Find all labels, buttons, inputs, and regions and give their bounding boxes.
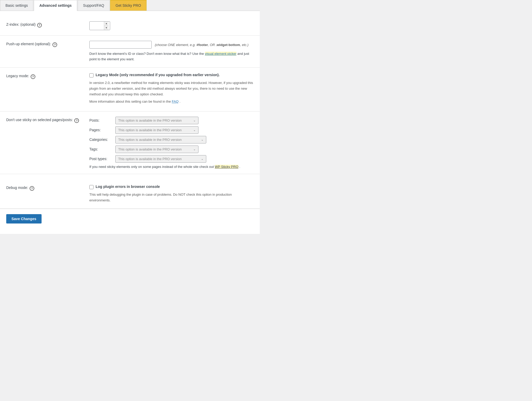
debug-row: Debug mode: ? Log plugin errors in brows… [0,179,260,209]
posttypes-select-row: Post types: This option is available in … [89,155,254,163]
notsticky-label: Don't use sticky on selected pages/posts… [6,117,89,123]
posts-select-text: This option is available in the PRO vers… [118,119,182,122]
zindex-label-text: Z-index: (optional) [6,22,36,27]
debug-content: Log plugin errors in browser console Thi… [89,185,254,203]
pushup-input-group: (choose ONE element, e.g. #footer, OR .w… [89,41,254,49]
tab-support[interactable]: Support/FAQ [78,0,110,11]
pushup-desc-before: Don't know the element's ID or class? Do… [89,52,204,56]
tab-advanced[interactable]: Advanced settings [34,0,77,11]
pushup-hint-widget: .widget-bottom [216,43,240,47]
tags-select[interactable]: This option is available in the PRO vers… [115,146,198,153]
posttypes-chevron-icon: ⌄ [201,157,203,161]
pushup-input[interactable] [89,41,152,49]
wp-sticky-note-after: . [239,165,240,169]
pushup-desc: Don't know the element's ID or class? Do… [89,51,254,62]
notsticky-content: Posts: This option is available in the P… [89,117,254,169]
posttypes-select-text: This option is available in the PRO vers… [118,157,182,161]
spacer [0,174,260,179]
legacy-desc2-after: . [179,100,181,103]
tabs-bar: Basic settings Advanced settings Support… [0,0,260,11]
debug-desc: This will help debugging the plugin in c… [89,192,254,203]
pages-select[interactable]: This option is available in the PRO vers… [115,126,198,134]
legacy-desc2: More information about this setting can … [89,99,254,104]
legacy-checkbox-row: Legacy Mode (only recommended if you upg… [89,73,254,77]
tags-label: Tags: [89,147,113,151]
pages-select-row: Pages: This option is available in the P… [89,126,254,134]
tab-pro[interactable]: Get Sticky PRO [110,0,147,11]
zindex-up-button[interactable]: ▲ [104,22,109,26]
pages-label: Pages: [89,128,113,132]
wp-sticky-note-before: If you need sticky elements only on some… [89,165,214,169]
notsticky-help-icon[interactable]: ? [74,118,79,123]
pushup-hint: (choose ONE element, e.g. #footer, OR .w… [155,43,249,47]
legacy-checkbox[interactable] [89,73,94,77]
legacy-help-icon[interactable]: ? [31,74,35,79]
notsticky-row: Don't use sticky on selected pages/posts… [0,111,260,174]
posts-select[interactable]: This option is available in the PRO vers… [115,117,198,124]
zindex-input-wrapper: ▲ ▼ [89,21,110,30]
categories-label: Categories: [89,137,113,142]
pushup-label-text: Push-up element (optional): [6,42,51,46]
zindex-content: ▲ ▼ [89,21,254,30]
posts-chevron-icon: ⌄ [193,119,196,122]
tags-chevron-icon: ⌄ [193,148,196,151]
categories-chevron-icon: ⌄ [201,138,203,141]
debug-label: Debug mode: ? [6,185,89,191]
pages-chevron-icon: ⌄ [193,128,196,132]
pushup-hint-footer: #footer [196,43,208,47]
faq-link[interactable]: FAQ [172,100,178,103]
legacy-checkbox-label[interactable]: Legacy Mode (only recommended if you upg… [96,73,220,77]
posttypes-select[interactable]: This option is available in the PRO vers… [115,155,206,163]
wp-sticky-note: If you need sticky elements only on some… [89,165,254,169]
pages-select-text: This option is available in the PRO vers… [118,128,182,132]
pushup-content: (choose ONE element, e.g. #footer, OR .w… [89,41,254,62]
posttypes-label: Post types: [89,157,113,161]
posts-label: Posts: [89,118,113,122]
settings-content: Z-index: (optional) ? ▲ ▼ Push-up elemen… [0,11,260,234]
zindex-spinners: ▲ ▼ [104,22,109,30]
wp-sticky-pro-link[interactable]: WP Sticky PRO [215,165,238,169]
debug-checkbox-row: Log plugin errors in browser console [89,185,254,189]
tags-select-text: This option is available in the PRO vers… [118,147,182,151]
legacy-label: Legacy mode: ? [6,73,89,79]
legacy-desc: In version 2.0, a new/better method for … [89,80,254,97]
categories-select-text: This option is available in the PRO vers… [118,138,182,142]
visual-element-picker-link[interactable]: visual element picker [205,52,236,56]
zindex-down-button[interactable]: ▼ [104,26,109,30]
posts-select-row: Posts: This option is available in the P… [89,117,254,124]
categories-select[interactable]: This option is available in the PRO vers… [115,136,206,143]
notsticky-label-text: Don't use sticky on selected pages/posts… [6,118,73,122]
debug-help-icon[interactable]: ? [30,186,34,191]
zindex-input[interactable] [90,22,104,29]
zindex-row: Z-index: (optional) ? ▲ ▼ [0,16,260,36]
legacy-content: Legacy Mode (only recommended if you upg… [89,73,254,106]
pushup-row: Push-up element (optional): ? (choose ON… [0,36,260,68]
legacy-desc2-before: More information about this setting can … [89,100,171,103]
debug-checkbox[interactable] [89,185,94,189]
tab-basic[interactable]: Basic settings [0,0,33,11]
debug-checkbox-label[interactable]: Log plugin errors in browser console [96,185,160,189]
save-section: Save Changes [0,209,260,229]
legacy-row: Legacy mode: ? Legacy Mode (only recomme… [0,68,260,111]
pushup-help-icon[interactable]: ? [52,42,57,47]
save-button[interactable]: Save Changes [6,214,42,223]
categories-select-row: Categories: This option is available in … [89,136,254,143]
tags-select-row: Tags: This option is available in the PR… [89,146,254,153]
zindex-help-icon[interactable]: ? [37,23,42,28]
zindex-label: Z-index: (optional) ? [6,21,89,28]
debug-label-text: Debug mode: [6,186,28,190]
pushup-label: Push-up element (optional): ? [6,41,89,47]
legacy-label-text: Legacy mode: [6,74,29,78]
